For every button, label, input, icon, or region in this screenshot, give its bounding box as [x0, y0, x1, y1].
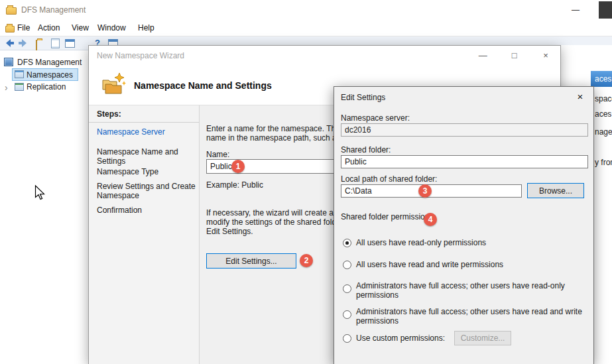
replication-icon — [15, 83, 24, 91]
menu-folder-icon — [5, 26, 15, 32]
properties-window-icon[interactable] — [65, 39, 75, 48]
console-root-icon — [4, 58, 13, 66]
minimize-button[interactable]: — — [564, 1, 587, 19]
wizard-intro-line2: name in the namespace path, such as \\ — [206, 133, 347, 143]
wizard-note-line1: If necessary, the wizard will create a s… — [206, 208, 351, 217]
radio-admin-full-users-readwrite[interactable] — [343, 310, 351, 319]
annotation-badge-1: 1 — [231, 160, 245, 173]
background-text-fragment: aces t — [595, 109, 612, 119]
mouse-cursor — [34, 185, 46, 203]
tree-item-replication[interactable]: Replication — [27, 82, 66, 91]
radio-custom-permissions[interactable] — [343, 334, 351, 343]
namespace-server-input[interactable] — [341, 123, 588, 137]
wizard-steps-panel: Steps: Namespace Server Namespace Name a… — [89, 105, 200, 364]
wizard-titlebar: New Namespace Wizard — □ × — [89, 46, 560, 66]
edit-settings-close-button[interactable]: × — [574, 91, 587, 102]
annotation-badge-3: 3 — [418, 184, 432, 198]
toolbar-folder-icon[interactable] — [36, 40, 37, 50]
customize-button: Customize... — [454, 331, 511, 345]
radio-admin-full-users-read[interactable] — [343, 284, 351, 293]
shared-folder-input[interactable] — [341, 155, 588, 168]
step-namespace-type: Namespace Type — [97, 167, 196, 176]
window-control-dark[interactable] — [599, 1, 612, 19]
local-path-label: Local path of shared folder: — [341, 174, 437, 184]
wizard-intro-line1: Enter a name for the namespace. This na — [206, 124, 353, 133]
back-icon[interactable] — [4, 38, 15, 50]
app-title: DFS Management — [21, 5, 86, 15]
tree-item-dfs-management[interactable]: DFS Management — [17, 58, 82, 67]
menu-file[interactable]: File — [17, 23, 30, 32]
edit-settings-button[interactable]: Edit Settings... — [206, 253, 296, 269]
browse-button[interactable]: Browse... — [527, 183, 584, 198]
menu-action[interactable]: Action — [38, 23, 60, 32]
annotation-badge-2: 2 — [300, 254, 313, 267]
wizard-folders-star-icon — [101, 72, 126, 98]
menu-view[interactable]: View — [72, 23, 89, 32]
tree-item-namespaces[interactable]: Namespaces — [27, 70, 73, 80]
step-name-and-settings: Namespace Name and Settings — [97, 147, 196, 166]
radio-admin-full-users-readwrite-label[interactable]: Administrators have full access; other u… — [356, 307, 591, 326]
menu-window[interactable]: Window — [97, 23, 126, 32]
namespace-server-label: Namespace server: — [341, 113, 410, 123]
step-confirmation: Confirmation — [97, 206, 196, 215]
menu-help[interactable]: Help — [138, 23, 154, 32]
radio-read-only[interactable] — [343, 239, 351, 247]
wizard-close-button[interactable]: × — [531, 46, 560, 65]
steps-heading: Steps: — [89, 109, 199, 123]
namespaces-icon — [15, 70, 24, 78]
radio-read-write[interactable] — [343, 261, 351, 269]
app-folder-icon — [6, 7, 17, 15]
menu-bar: File Action View Window Help — [0, 20, 612, 36]
step-namespace-server[interactable]: Namespace Server — [97, 127, 196, 137]
results-pane-header: aces — [591, 71, 612, 87]
results-pane-header-fragment: aces — [595, 74, 611, 84]
wizard-minimize-button[interactable]: — — [468, 46, 497, 65]
background-text-fragment: nagen — [595, 127, 612, 137]
edit-settings-title: Edit Settings — [341, 93, 385, 102]
forward-icon[interactable] — [18, 38, 29, 50]
edit-settings-dialog: Edit Settings × Namespace server: Shared… — [334, 86, 594, 364]
export-list-icon[interactable] — [51, 38, 60, 48]
shared-folder-label: Shared folder: — [341, 145, 391, 154]
wizard-note-line3: Edit Settings. — [206, 227, 253, 236]
step-review-settings: Review Settings and Create Namespace — [97, 182, 196, 200]
radio-read-only-label[interactable]: All users have read-only permissions — [356, 238, 591, 247]
permissions-label: Shared folder permissions: — [341, 212, 436, 221]
radio-admin-full-users-read-label[interactable]: Administrators have full access; other u… — [356, 281, 591, 300]
wizard-title: New Namespace Wizard — [97, 51, 184, 60]
wizard-page-title: Namespace Name and Settings — [134, 80, 272, 91]
expand-chevron-icon[interactable]: › — [5, 83, 8, 92]
dfs-management-window: DFS Management — File Action View Window… — [0, 0, 612, 364]
background-text-fragment: y from — [595, 158, 612, 167]
radio-read-write-label[interactable]: All users have read and write permission… — [356, 260, 591, 269]
background-text-fragment: space... — [595, 94, 612, 103]
wizard-note-line2: modify the settings of the shared folder… — [206, 217, 351, 227]
annotation-badge-4: 4 — [424, 213, 437, 226]
app-titlebar: DFS Management — — [0, 0, 612, 20]
name-label: Name: — [206, 150, 229, 159]
example-text: Example: Public — [206, 180, 263, 190]
wizard-maximize-button[interactable]: □ — [500, 46, 529, 65]
